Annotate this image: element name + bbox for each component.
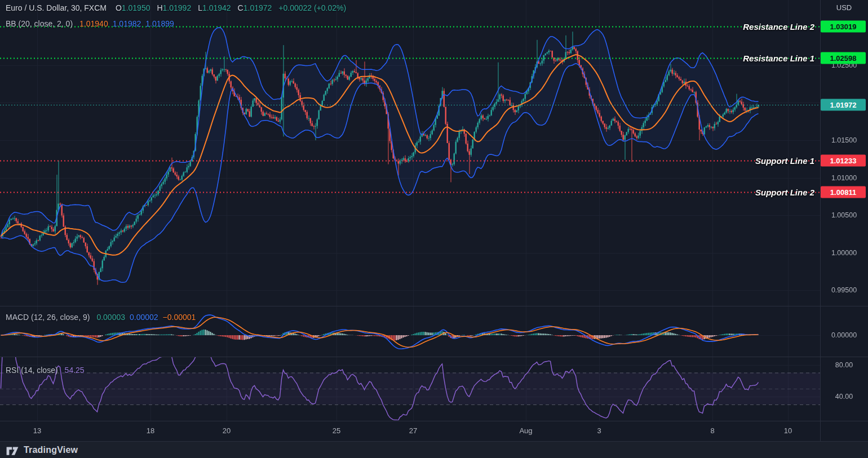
- symbol-header[interactable]: Euro / U.S. Dollar, 30, FXCM O1.01950 H1…: [6, 3, 346, 12]
- time-tick-label: 20: [223, 426, 231, 435]
- time-tick-label: 13: [33, 426, 41, 435]
- macd-label[interactable]: MACD (12, 26, close, 9): [6, 313, 90, 322]
- level-label[interactable]: Support Line 1: [755, 156, 814, 166]
- high-value: 1.01992: [163, 3, 192, 12]
- tradingview-logo-icon[interactable]: [6, 444, 19, 456]
- last-price: 1.01972: [821, 99, 866, 111]
- tradingview-chart-window: Euro / U.S. Dollar, 30, FXCM O1.01950 H1…: [0, 0, 868, 458]
- bb-legend[interactable]: BB (20, close, 2, 0) 1.01940 1.01982 1.0…: [6, 19, 174, 28]
- tradingview-brand[interactable]: TradingView: [24, 445, 78, 455]
- time-tick-label: 27: [409, 426, 417, 435]
- resistance-2-price: 1.03019: [821, 21, 866, 33]
- symbol-title[interactable]: Euro / U.S. Dollar, 30, FXCM: [6, 3, 107, 12]
- rsi-legend[interactable]: RSI (14, close) 54.25: [6, 366, 85, 375]
- time-tick-label: Aug: [519, 426, 532, 435]
- low-label: L: [198, 3, 202, 12]
- macd-hist-value: 0.00003: [96, 313, 125, 322]
- price-tick-label: 1.01500: [820, 136, 868, 144]
- price-tick-label: 1.00500: [820, 211, 868, 219]
- price-tick-label: 0.99500: [820, 286, 868, 294]
- price-chart-canvas[interactable]: [0, 0, 868, 458]
- bb-lower-value: 1.01899: [145, 19, 174, 28]
- support-2-price: 1.00811: [821, 186, 866, 198]
- time-tick-label: 18: [147, 426, 154, 435]
- change-value: +0.00022 (+0.02%): [278, 3, 346, 12]
- macd-legend[interactable]: MACD (12, 26, close, 9) 0.00003 0.00002 …: [6, 313, 196, 322]
- open-label: O: [116, 3, 122, 12]
- low-value: 1.01942: [202, 3, 231, 12]
- price-tick-label: 0.00000: [820, 331, 868, 339]
- price-scale-currency[interactable]: USD: [820, 3, 868, 12]
- level-label[interactable]: Support Line 2: [755, 188, 814, 197]
- rsi-value: 54.25: [65, 366, 85, 375]
- open-value: 1.01950: [122, 3, 150, 12]
- high-label: H: [157, 3, 162, 12]
- price-tick-label: 80.00: [820, 361, 868, 369]
- price-tick-label: 40.00: [820, 393, 868, 401]
- close-value: 1.01972: [243, 3, 272, 12]
- level-label[interactable]: Resistance Line 2: [743, 22, 814, 32]
- time-tick-label: 8: [710, 426, 714, 435]
- rsi-label[interactable]: RSI (14, close): [6, 366, 58, 375]
- level-label[interactable]: Resistance Line 1: [743, 54, 814, 63]
- macd-signal-value: −0.00001: [163, 313, 196, 322]
- time-tick-label: 3: [597, 426, 601, 435]
- footer-bar: TradingView: [0, 441, 868, 458]
- close-label: C: [238, 3, 243, 12]
- time-tick-label: 10: [784, 426, 792, 435]
- resistance-1-price: 1.02598: [821, 52, 866, 64]
- bb-basis-value: 1.01940: [79, 19, 108, 28]
- macd-line-value: 0.00002: [130, 313, 158, 322]
- time-tick-label: 25: [333, 426, 340, 435]
- bb-label[interactable]: BB (20, close, 2, 0): [6, 19, 73, 28]
- price-tick-label: 1.01000: [820, 174, 868, 182]
- price-tick-label: 1.00000: [820, 249, 868, 257]
- bb-upper-value: 1.01982: [113, 19, 141, 28]
- support-1-price: 1.01233: [821, 155, 866, 167]
